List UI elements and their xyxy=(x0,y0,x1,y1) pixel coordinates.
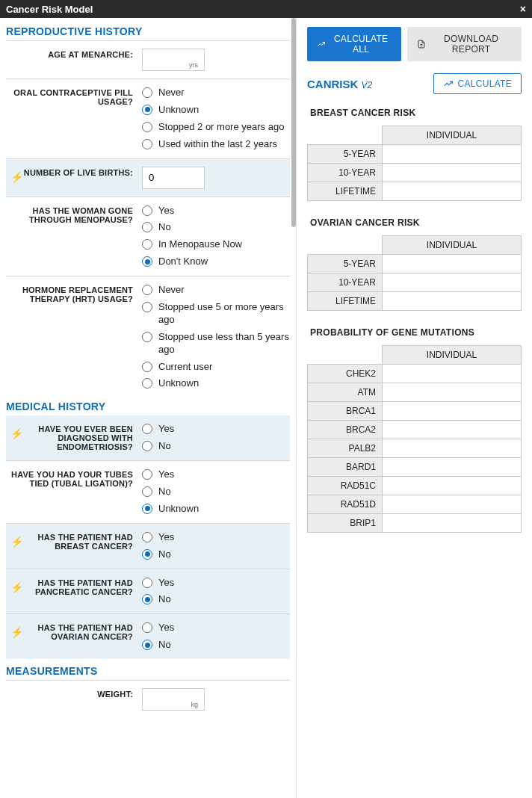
weight-input[interactable] xyxy=(142,688,205,711)
radio-button[interactable] xyxy=(142,469,152,480)
row-label: BRIP1 xyxy=(308,514,383,533)
radio-button[interactable] xyxy=(142,640,152,650)
row-value xyxy=(383,514,522,533)
radio-option[interactable]: Unknown xyxy=(142,503,290,516)
breast-cancer-risk-section: BREAST CANCER RISK INDIVIDUAL5-YEAR10-YE… xyxy=(307,108,522,201)
table-row: 5-YEAR xyxy=(308,255,522,273)
radio-button[interactable] xyxy=(142,486,152,497)
radio-option[interactable]: Yes xyxy=(142,577,290,590)
radio-button[interactable] xyxy=(142,622,152,633)
radio-button[interactable] xyxy=(142,105,152,115)
radio-option[interactable]: Stopped use less than 5 years ago xyxy=(142,331,290,356)
label-births: NUMBER OF LIVE BIRTHS: xyxy=(24,168,133,177)
radio-button[interactable] xyxy=(142,362,152,372)
radio-label: Current user xyxy=(158,361,212,374)
row-label: 10-YEAR xyxy=(308,273,383,292)
radio-button[interactable] xyxy=(142,122,152,132)
row-births: ⚡ NUMBER OF LIVE BIRTHS: xyxy=(6,158,290,197)
bolt-icon: ⚡ xyxy=(10,427,23,439)
row-tubal: HAVE YOU HAD YOUR TUBES TIED (TUBAL LIGA… xyxy=(6,460,290,523)
radio-option[interactable]: No xyxy=(142,593,290,606)
radio-button[interactable] xyxy=(142,87,152,98)
radio-option[interactable]: Current user xyxy=(142,361,290,374)
label-tubal: HAVE YOU HAD YOUR TUBES TIED (TUBAL LIGA… xyxy=(6,468,139,516)
radio-label: No xyxy=(158,548,171,561)
radio-option[interactable]: Stopped 2 or more years ago xyxy=(142,121,290,134)
radio-option[interactable]: Stopped use 5 or more years ago xyxy=(142,301,290,327)
row-label: RAD51C xyxy=(308,477,383,495)
calculate-all-button[interactable]: CALCULATE ALL xyxy=(307,27,401,61)
bolt-icon: ⚡ xyxy=(10,171,23,183)
table-column-header: INDIVIDUAL xyxy=(383,236,522,255)
radio-button[interactable] xyxy=(142,441,152,451)
close-icon[interactable]: × xyxy=(520,3,526,15)
radio-option[interactable]: Yes xyxy=(142,205,290,217)
label-menopause: HAS THE WOMAN GONE THROUGH MENOPAUSE? xyxy=(6,205,139,269)
radio-option[interactable]: No xyxy=(142,639,290,652)
radio-button[interactable] xyxy=(142,332,152,342)
radio-option[interactable]: Yes xyxy=(142,531,290,544)
table-row: 10-YEAR xyxy=(308,273,522,292)
radio-option[interactable]: No xyxy=(142,548,290,561)
section-reproductive-history: REPRODUCTIVE HISTORY xyxy=(6,25,290,37)
radio-label: Stopped use 5 or more years ago xyxy=(158,301,290,327)
row-value xyxy=(383,495,522,514)
radio-button[interactable] xyxy=(142,532,152,542)
table-row: CHEK2 xyxy=(308,365,522,383)
radio-button[interactable] xyxy=(142,302,152,312)
radio-option[interactable]: Never xyxy=(142,284,290,297)
radio-option[interactable]: Used within the last 2 years xyxy=(142,138,290,151)
chart-line-icon xyxy=(443,78,454,89)
row-ovarian-cancer: ⚡ HAS THE PATIENT HAD OVARIAN CANCER? Ye… xyxy=(6,613,290,659)
radio-button[interactable] xyxy=(142,256,152,267)
radio-label: Unknown xyxy=(158,104,199,117)
radio-label: Yes xyxy=(158,423,174,436)
breast-risk-heading: BREAST CANCER RISK xyxy=(307,108,522,118)
radio-button[interactable] xyxy=(142,594,152,604)
radio-button[interactable] xyxy=(142,378,152,389)
label-ovarian-cancer: HAS THE PATIENT HAD OVARIAN CANCER? xyxy=(38,623,133,641)
radio-button[interactable] xyxy=(142,285,152,295)
scrollbar-thumb[interactable] xyxy=(291,18,296,227)
radio-button[interactable] xyxy=(142,139,152,149)
mutations-heading: PROBABILITY OF GENE MUTATIONS xyxy=(307,327,522,338)
chart-line-icon xyxy=(317,39,326,49)
radio-option[interactable]: Yes xyxy=(142,423,290,436)
row-menopause: HAS THE WOMAN GONE THROUGH MENOPAUSE? Ye… xyxy=(6,197,290,276)
table-row: 10-YEAR xyxy=(308,164,522,182)
row-breast-cancer: ⚡ HAS THE PATIENT HAD BREAST CANCER? Yes… xyxy=(6,523,290,569)
bolt-icon: ⚡ xyxy=(10,536,23,548)
radio-option[interactable]: Never xyxy=(142,87,290,99)
births-input[interactable] xyxy=(142,167,205,189)
radio-button[interactable] xyxy=(142,504,152,514)
left-form-panel: REPRODUCTIVE HISTORY AGE AT MENARCHE: OR… xyxy=(0,18,296,798)
radio-option[interactable]: No xyxy=(142,221,290,234)
radio-option[interactable]: Yes xyxy=(142,622,290,634)
row-label: BRCA1 xyxy=(308,402,383,421)
table-column-header: INDIVIDUAL xyxy=(383,126,522,145)
radio-option[interactable]: Unknown xyxy=(142,104,290,117)
row-label: 10-YEAR xyxy=(308,164,383,182)
radio-button[interactable] xyxy=(142,205,152,216)
menarche-input[interactable] xyxy=(142,49,205,71)
download-report-button[interactable]: DOWNLOAD REPORT xyxy=(407,27,522,61)
radio-button[interactable] xyxy=(142,549,152,560)
radio-label: Never xyxy=(158,284,185,297)
row-menarche: AGE AT MENARCHE: xyxy=(6,40,290,78)
radio-option[interactable]: Unknown xyxy=(142,377,290,390)
radio-option[interactable]: No xyxy=(142,486,290,498)
radio-button[interactable] xyxy=(142,239,152,250)
radio-button[interactable] xyxy=(142,424,152,434)
radio-button[interactable] xyxy=(142,578,152,588)
radio-option[interactable]: Don't Know xyxy=(142,256,290,268)
radio-button[interactable] xyxy=(142,222,152,232)
radio-label: No xyxy=(158,440,171,453)
radio-label: Yes xyxy=(158,531,174,544)
calculate-button[interactable]: CALCULATE xyxy=(433,73,522,94)
calculate-all-label: CALCULATE ALL xyxy=(330,34,392,55)
radio-option[interactable]: In Menopause Now xyxy=(142,238,290,251)
radio-option[interactable]: Yes xyxy=(142,468,290,481)
radio-label: No xyxy=(158,593,171,606)
radio-option[interactable]: No xyxy=(142,440,290,453)
row-value xyxy=(383,164,522,182)
